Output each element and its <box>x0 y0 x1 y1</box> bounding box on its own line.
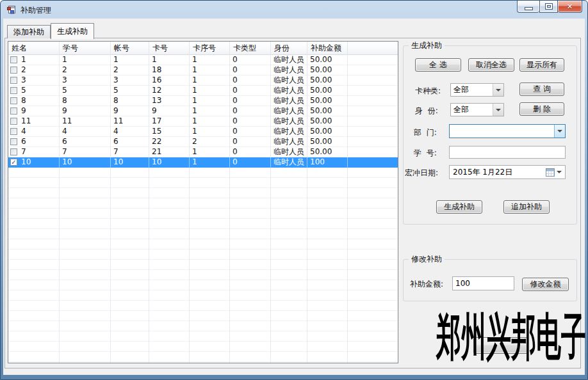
row-checkbox[interactable] <box>10 67 17 74</box>
column-header-3[interactable]: 帐号 <box>111 42 149 55</box>
row-checkbox[interactable] <box>10 56 17 63</box>
cell-text: 临时人员 <box>274 157 304 167</box>
department-combobox[interactable] <box>449 124 566 138</box>
column-header-7[interactable]: 身份 <box>271 42 307 55</box>
column-header-4[interactable]: 卡号 <box>149 42 190 55</box>
gridline <box>347 168 348 363</box>
append-subsidy-button[interactable]: 追加补助 <box>503 200 550 214</box>
table-row[interactable]: ✓1010101010临时人员100 <box>8 157 398 168</box>
row-checkbox[interactable] <box>10 138 17 145</box>
cancel-select-all-button[interactable]: 取消全选 <box>468 58 514 72</box>
table-cell: 临时人员 <box>271 55 307 65</box>
cell-text: 3 <box>113 75 118 85</box>
cell-text: 1 <box>192 75 197 85</box>
table-row[interactable]: 4441510临时人员50.00 <box>8 127 398 137</box>
tab-generate-subsidy[interactable]: 生成补助 <box>51 23 94 39</box>
row-checkbox-checked[interactable]: ✓ <box>10 159 17 166</box>
table-row[interactable]: 3331610临时人员50.00 <box>8 75 398 86</box>
cell-text: 13 <box>152 96 161 106</box>
cell-text: 4 <box>21 127 26 136</box>
cell-text: 临时人员 <box>274 127 304 136</box>
show-all-button[interactable]: 显示所有 <box>519 58 564 72</box>
card-type-combobox[interactable]: 全部 <box>450 83 504 97</box>
modify-amount-button[interactable]: 修改金额 <box>522 278 569 291</box>
cell-text: 100 <box>310 157 325 167</box>
app-window: 补助管理 ✕ 添加补助 生成补助 姓名学号帐号卡号卡序号卡类型身份补助金额 11… <box>0 0 588 380</box>
table-cell: 临时人员 <box>271 106 307 116</box>
column-header-2[interactable]: 学号 <box>60 42 111 55</box>
department-dropdown-button[interactable] <box>554 125 565 138</box>
cell-text: 3 <box>21 75 26 85</box>
calendar-icon[interactable] <box>546 168 555 177</box>
subsidy-table[interactable]: 姓名学号帐号卡号卡序号卡类型身份补助金额 111110临时人员50.002221… <box>8 41 398 363</box>
identity-combobox[interactable]: 全部 <box>450 103 504 116</box>
row-checkbox[interactable] <box>10 148 17 155</box>
table-cell: 0 <box>230 147 271 157</box>
table-row[interactable]: 5551210临时人员50.00 <box>8 86 398 96</box>
table-row[interactable]: 8881310临时人员50.00 <box>8 96 398 106</box>
table-row[interactable]: 6662220临时人员50.00 <box>8 137 398 147</box>
cell-text: 11 <box>113 116 123 126</box>
column-header-5[interactable]: 卡序号 <box>190 42 230 55</box>
cell-text: 1 <box>192 116 197 126</box>
cell-text: 18 <box>152 65 161 75</box>
generate-subsidy-button[interactable]: 生成补助 <box>436 200 482 214</box>
cell-text: 9 <box>62 106 67 116</box>
table-row[interactable]: 111110临时人员50.00 <box>8 55 398 65</box>
table-cell: 1 <box>8 55 60 65</box>
table-cell: 6 <box>8 137 60 147</box>
flush-date-picker[interactable]: 2015年 1月22日 <box>449 165 566 179</box>
table-row[interactable]: 999910临时人员50.00 <box>8 106 398 116</box>
modify-subsidy-group: 修改补助 补助金额: 100 修改金额 <box>403 259 577 301</box>
column-header-filler <box>348 42 398 55</box>
card-type-dropdown-button[interactable] <box>493 84 503 96</box>
row-checkbox[interactable] <box>10 107 17 115</box>
cell-text: 6 <box>113 137 118 146</box>
minimize-button[interactable] <box>517 1 539 13</box>
delete-button[interactable]: 删 除 <box>519 102 564 116</box>
close-button[interactable]: ✕ <box>558 1 582 13</box>
table-cell: 6 <box>111 137 149 147</box>
column-header-6[interactable]: 卡类型 <box>230 42 271 55</box>
query-button[interactable]: 查 询 <box>519 83 564 96</box>
column-header-1[interactable]: 姓名 <box>8 42 60 55</box>
table-cell: 8 <box>60 96 111 106</box>
table-cell: 临时人员 <box>271 157 307 168</box>
titlebar[interactable]: 补助管理 ✕ <box>1 1 587 19</box>
table-cell: 1 <box>190 116 230 127</box>
table-cell: 17 <box>149 116 190 127</box>
table-cell: 1 <box>190 55 230 65</box>
table-cell: 3 <box>111 75 149 86</box>
row-checkbox[interactable] <box>10 87 17 94</box>
cell-text: 临时人员 <box>274 86 304 95</box>
cell-text: 1 <box>192 55 197 65</box>
cell-text: 7 <box>113 147 118 157</box>
tab-add-subsidy[interactable]: 添加补助 <box>7 25 51 38</box>
cell-text: 1 <box>113 55 118 65</box>
close-icon: ✕ <box>567 3 573 11</box>
row-checkbox[interactable] <box>10 97 17 104</box>
row-checkbox[interactable] <box>10 77 17 84</box>
row-checkbox[interactable] <box>10 128 17 135</box>
identity-dropdown-button[interactable] <box>493 104 503 116</box>
table-row[interactable]: 1111111710临时人员50.00 <box>8 116 398 127</box>
table-cell-filler <box>348 55 398 65</box>
generate-group-title: 生成补助 <box>409 41 445 51</box>
select-all-button[interactable]: 全 选 <box>415 58 461 72</box>
amount-input[interactable]: 100 <box>452 276 514 290</box>
maximize-button[interactable] <box>539 1 558 13</box>
student-no-input[interactable] <box>449 146 566 159</box>
table-cell: 2 <box>190 137 230 147</box>
column-header-8[interactable]: 补助金额 <box>307 42 348 55</box>
table-row[interactable]: 7772110临时人员50.00 <box>8 147 398 157</box>
cell-text: 7 <box>21 147 26 157</box>
obscured-button[interactable] <box>473 337 528 354</box>
table-cell-filler <box>348 157 398 168</box>
row-checkbox[interactable] <box>10 118 17 125</box>
cell-text: 50.00 <box>310 96 332 106</box>
app-icon <box>6 4 17 15</box>
card-type-value: 全部 <box>451 84 493 96</box>
table-row[interactable]: 2221810临时人员50.00 <box>8 65 398 75</box>
cell-text: 2 <box>62 65 67 75</box>
table-cell: 0 <box>230 157 271 168</box>
